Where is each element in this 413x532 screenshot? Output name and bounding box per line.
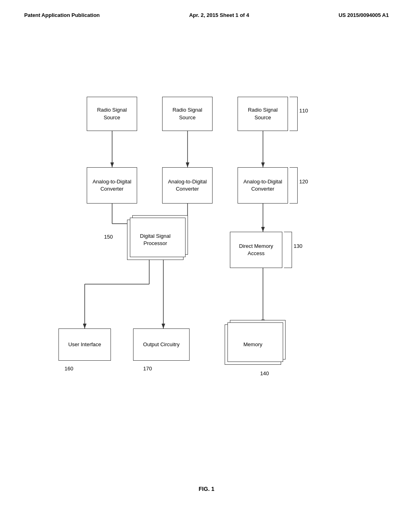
rss2-box: Radio SignalSource: [162, 97, 213, 131]
label-160: 160: [65, 366, 73, 372]
ui-label: User Interface: [68, 341, 101, 348]
rss3-label: Radio SignalSource: [248, 106, 278, 121]
label-110: 110: [299, 108, 308, 114]
output-label: Output Circuitry: [143, 341, 179, 348]
adc2-box: Analog-to-DigitalConverter: [162, 167, 213, 204]
fig-caption: FIG. 1: [0, 486, 413, 492]
rss2-label: Radio SignalSource: [173, 106, 202, 121]
diagram-area: Radio SignalSource Radio SignalSource Ra…: [0, 18, 413, 482]
memory-label: Memory: [244, 341, 263, 348]
rss3-box: Radio SignalSource: [238, 97, 288, 131]
dsp-box: Digital SignalProcessor: [127, 220, 184, 260]
adc3-box: Analog-to-DigitalConverter: [238, 167, 288, 204]
label-170: 170: [143, 366, 152, 372]
label-150: 150: [104, 234, 113, 240]
rss1-box: Radio SignalSource: [87, 97, 137, 131]
dsp-label: Digital SignalProcessor: [140, 233, 171, 247]
label-140: 140: [260, 370, 269, 376]
rss1-label: Radio SignalSource: [97, 106, 127, 121]
header-center: Apr. 2, 2015 Sheet 1 of 4: [189, 12, 249, 18]
bracket-110: [290, 97, 298, 131]
adc1-box: Analog-to-DigitalConverter: [87, 167, 137, 204]
adc1-label: Analog-to-DigitalConverter: [92, 178, 131, 193]
memory-box: Memory: [225, 324, 281, 365]
header-right: US 2015/0094005 A1: [338, 12, 389, 18]
header: Patent Application Publication Apr. 2, 2…: [0, 0, 413, 18]
label-130: 130: [294, 243, 302, 249]
dma-label: Direct MemoryAccess: [239, 243, 273, 257]
bracket-120: [290, 167, 298, 204]
output-box: Output Circuitry: [133, 328, 190, 361]
arrows-svg: [0, 18, 413, 482]
adc3-label: Analog-to-DigitalConverter: [243, 178, 282, 193]
ui-box: User Interface: [58, 328, 111, 361]
label-120: 120: [299, 179, 308, 185]
dma-box: Direct MemoryAccess: [230, 232, 282, 268]
adc2-label: Analog-to-DigitalConverter: [168, 178, 206, 193]
bracket-130: [284, 232, 292, 268]
header-left: Patent Application Publication: [24, 12, 100, 18]
